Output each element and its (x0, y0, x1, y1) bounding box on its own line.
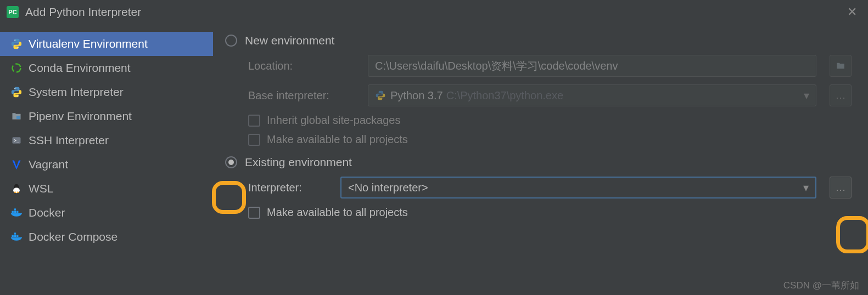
sidebar-item-label: System Interpreter (29, 86, 124, 99)
content-panel: New environment Location: C:\Users\daifu… (213, 24, 868, 295)
radio-label: Existing environment (245, 156, 352, 169)
svg-point-3 (14, 88, 15, 89)
new-environment-radio-row[interactable]: New environment (225, 34, 852, 47)
svg-point-0 (14, 39, 15, 41)
close-icon[interactable]: ✕ (843, 5, 861, 19)
base-interpreter-value: Python 3.7 (390, 89, 443, 102)
sidebar-item-label: Pipenv Environment (29, 110, 132, 123)
base-interpreter-label: Base interpreter: (248, 89, 358, 102)
sidebar-item-docker[interactable]: Docker (0, 201, 213, 225)
existing-environment-radio-row[interactable]: Existing environment (225, 156, 852, 169)
svg-point-1 (18, 47, 19, 48)
python-icon (10, 86, 23, 99)
browse-location-button[interactable] (830, 55, 852, 77)
sidebar-item-vagrant[interactable]: Vagrant (0, 152, 213, 177)
folder-icon (10, 110, 23, 123)
radio-new-environment[interactable] (225, 35, 237, 47)
dialog-title: Add Python Interpreter (25, 5, 141, 19)
svg-rect-15 (14, 235, 16, 237)
make-available-checkbox-existing[interactable] (248, 207, 260, 219)
watermark-text: CSDN @一苇所如 (783, 279, 859, 292)
base-interpreter-path: C:\Python37\python.exe (446, 89, 563, 102)
chevron-down-icon: ▾ (804, 89, 809, 102)
pycharm-app-icon: PC (7, 6, 19, 18)
sidebar-item-docker-compose[interactable]: Docker Compose (0, 225, 213, 249)
conda-icon (10, 61, 23, 75)
inherit-packages-label: Inherit global site-packages (267, 114, 400, 127)
svg-point-2 (13, 64, 21, 72)
sidebar-item-virtualenv[interactable]: Virtualenv Environment (0, 32, 213, 56)
annotation-highlight (836, 216, 868, 253)
docker-compose-icon (10, 230, 23, 243)
svg-text:>_: >_ (14, 138, 20, 143)
sidebar-item-pipenv[interactable]: Pipenv Environment (0, 104, 213, 128)
vagrant-icon (10, 158, 23, 171)
browse-base-button[interactable]: … (830, 84, 852, 106)
base-interpreter-dropdown[interactable]: Python 3.7 C:\Python37\python.exe ▾ (368, 84, 816, 106)
svg-rect-12 (16, 211, 18, 213)
interpreter-value: <No interpreter> (348, 181, 428, 194)
sidebar-item-system[interactable]: System Interpreter (0, 80, 213, 104)
sidebar-item-wsl[interactable]: WSL (0, 177, 213, 201)
make-available-label: Make available to all projects (267, 206, 408, 219)
sidebar-item-label: Docker (29, 206, 65, 219)
sidebar-item-label: Vagrant (29, 158, 68, 171)
browse-interpreter-button[interactable]: … (830, 177, 852, 198)
ssh-icon: >_ (10, 134, 23, 147)
sidebar-item-label: Virtualenv Environment (29, 37, 148, 50)
interpreter-dropdown[interactable]: <No interpreter> ▾ (340, 177, 816, 198)
svg-rect-17 (14, 232, 16, 234)
sidebar-item-label: SSH Interpreter (29, 134, 109, 147)
sidebar-item-conda[interactable]: Conda Environment (0, 56, 213, 80)
svg-rect-16 (16, 235, 18, 237)
svg-rect-10 (12, 211, 13, 213)
interpreter-type-sidebar: Virtualenv Environment Conda Environment… (0, 24, 213, 295)
make-available-label: Make available to all projects (267, 133, 408, 146)
sidebar-item-label: Docker Compose (29, 230, 117, 243)
svg-rect-13 (14, 208, 16, 210)
sidebar-item-label: WSL (29, 182, 54, 195)
sidebar-item-ssh[interactable]: >_ SSH Interpreter (0, 128, 213, 152)
sidebar-item-label: Conda Environment (29, 61, 131, 75)
svg-rect-14 (12, 235, 13, 237)
docker-icon (10, 206, 23, 219)
inherit-packages-checkbox[interactable] (248, 115, 260, 127)
interpreter-label: Interpreter: (248, 181, 331, 194)
svg-rect-11 (14, 211, 16, 213)
title-bar: PC Add Python Interpreter ✕ (0, 0, 868, 24)
python-icon (10, 37, 23, 50)
radio-existing-environment[interactable] (225, 156, 237, 168)
location-label: Location: (248, 60, 358, 72)
location-field[interactable]: C:\Users\daifu\Desktop\资料\学习\code\code\v… (368, 55, 816, 77)
python-icon (375, 90, 386, 101)
location-value: C:\Users\daifu\Desktop\资料\学习\code\code\v… (375, 59, 618, 73)
radio-label: New environment (245, 34, 334, 47)
folder-icon (835, 61, 846, 71)
linux-icon (10, 182, 23, 195)
make-available-checkbox-new[interactable] (248, 134, 260, 146)
svg-rect-5 (16, 116, 20, 119)
chevron-down-icon: ▾ (803, 181, 809, 194)
annotation-highlight (212, 181, 246, 214)
svg-point-4 (18, 95, 19, 97)
